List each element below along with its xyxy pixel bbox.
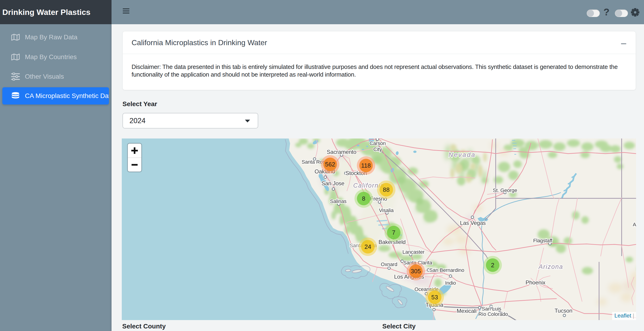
- svg-text:Río Colorado: Río Colorado: [478, 311, 508, 317]
- svg-text:San Luis: San Luis: [482, 306, 501, 312]
- svg-text:Lancaster: Lancaster: [402, 249, 425, 255]
- svg-text:562: 562: [325, 161, 335, 168]
- svg-text:2: 2: [491, 262, 494, 268]
- svg-text:St. George: St. George: [493, 188, 517, 193]
- svg-text:Visalia: Visalia: [379, 208, 394, 213]
- svg-text:7: 7: [392, 229, 395, 236]
- svg-text:Nevada: Nevada: [448, 151, 476, 158]
- svg-text:53: 53: [432, 294, 438, 301]
- svg-text:San Jose: San Jose: [322, 180, 344, 186]
- svg-text:Oxnard: Oxnard: [381, 262, 398, 267]
- svg-text:118: 118: [361, 162, 371, 169]
- svg-text:Las Vegas: Las Vegas: [460, 220, 486, 226]
- svg-text:8: 8: [362, 195, 365, 202]
- svg-text:Sacramento: Sacramento: [327, 149, 356, 155]
- svg-text:Carson: Carson: [370, 140, 386, 146]
- svg-text:Mexicali: Mexicali: [456, 308, 476, 314]
- svg-text:88: 88: [383, 186, 390, 193]
- svg-text:Salinas: Salinas: [330, 198, 347, 204]
- svg-text:Indio: Indio: [445, 280, 456, 286]
- svg-text:Arizona: Arizona: [538, 263, 563, 270]
- svg-text:24: 24: [364, 243, 371, 250]
- svg-text:San Bernardino: San Bernardino: [429, 267, 464, 273]
- svg-text:Flagstaff: Flagstaff: [533, 238, 552, 244]
- svg-text:A: A: [633, 222, 636, 228]
- svg-text:Tucson: Tucson: [554, 308, 572, 314]
- svg-text:City: City: [373, 146, 382, 152]
- svg-text:Phoenix: Phoenix: [526, 279, 546, 286]
- svg-text:305: 305: [411, 268, 421, 275]
